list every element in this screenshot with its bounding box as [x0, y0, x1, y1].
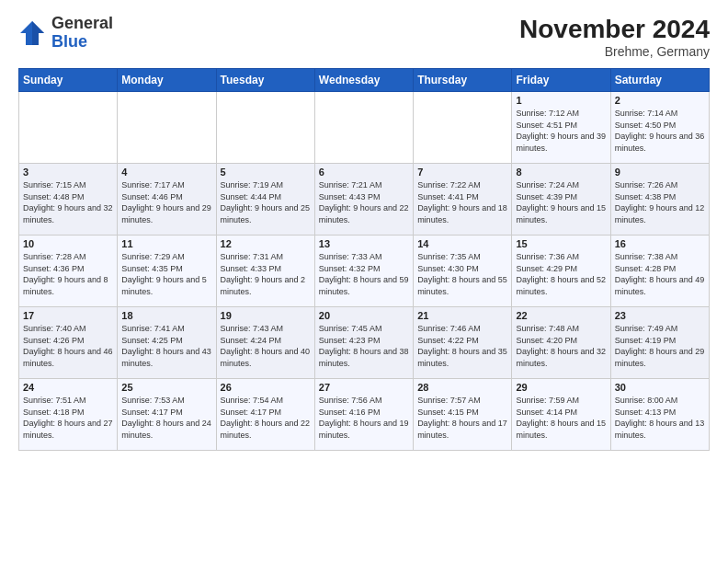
- day-info: Sunrise: 7:59 AM Sunset: 4:14 PM Dayligh…: [516, 395, 606, 441]
- cell-3-2: 19Sunrise: 7:43 AM Sunset: 4:24 PM Dayli…: [216, 307, 314, 379]
- day-number: 11: [121, 238, 211, 249]
- day-info: Sunrise: 7:56 AM Sunset: 4:16 PM Dayligh…: [319, 395, 409, 441]
- cell-0-2: [216, 92, 314, 164]
- month-year: November 2024: [519, 15, 710, 44]
- logo-icon: [18, 19, 46, 47]
- day-number: 13: [319, 238, 409, 249]
- day-info: Sunrise: 7:43 AM Sunset: 4:24 PM Dayligh…: [221, 323, 311, 369]
- cell-4-2: 26Sunrise: 7:54 AM Sunset: 4:17 PM Dayli…: [216, 379, 314, 451]
- day-number: 4: [121, 167, 211, 178]
- cell-2-6: 16Sunrise: 7:38 AM Sunset: 4:28 PM Dayli…: [610, 236, 709, 307]
- day-info: Sunrise: 7:51 AM Sunset: 4:18 PM Dayligh…: [23, 395, 113, 441]
- col-thursday: Thursday: [414, 69, 512, 92]
- day-info: Sunrise: 7:15 AM Sunset: 4:48 PM Dayligh…: [23, 179, 113, 225]
- cell-4-5: 29Sunrise: 7:59 AM Sunset: 4:14 PM Dayli…: [512, 379, 610, 451]
- week-row-1: 1Sunrise: 7:12 AM Sunset: 4:51 PM Daylig…: [19, 92, 710, 164]
- day-info: Sunrise: 8:00 AM Sunset: 4:13 PM Dayligh…: [615, 395, 705, 441]
- cell-3-3: 20Sunrise: 7:45 AM Sunset: 4:23 PM Dayli…: [314, 307, 413, 379]
- logo: General Blue: [18, 15, 113, 52]
- day-number: 3: [23, 167, 113, 178]
- calendar-table: Sunday Monday Tuesday Wednesday Thursday…: [18, 68, 710, 451]
- cell-1-6: 9Sunrise: 7:26 AM Sunset: 4:38 PM Daylig…: [610, 164, 709, 236]
- day-number: 26: [221, 382, 311, 393]
- logo-text: General Blue: [51, 15, 113, 52]
- location: Brehme, Germany: [519, 44, 710, 59]
- day-number: 25: [121, 382, 211, 393]
- cell-2-0: 10Sunrise: 7:28 AM Sunset: 4:36 PM Dayli…: [19, 236, 118, 307]
- day-info: Sunrise: 7:49 AM Sunset: 4:19 PM Dayligh…: [615, 323, 705, 369]
- col-wednesday: Wednesday: [314, 69, 413, 92]
- day-number: 10: [23, 238, 113, 249]
- week-row-3: 10Sunrise: 7:28 AM Sunset: 4:36 PM Dayli…: [19, 236, 710, 307]
- day-info: Sunrise: 7:38 AM Sunset: 4:28 PM Dayligh…: [615, 251, 705, 297]
- cell-4-1: 25Sunrise: 7:53 AM Sunset: 4:17 PM Dayli…: [118, 379, 216, 451]
- cell-1-0: 3Sunrise: 7:15 AM Sunset: 4:48 PM Daylig…: [19, 164, 118, 236]
- day-info: Sunrise: 7:17 AM Sunset: 4:46 PM Dayligh…: [121, 179, 211, 225]
- day-number: 5: [221, 167, 311, 178]
- svg-marker-1: [32, 21, 44, 45]
- cell-4-6: 30Sunrise: 8:00 AM Sunset: 4:13 PM Dayli…: [610, 379, 709, 451]
- cell-3-6: 23Sunrise: 7:49 AM Sunset: 4:19 PM Dayli…: [610, 307, 709, 379]
- day-number: 6: [319, 167, 409, 178]
- day-number: 7: [417, 167, 507, 178]
- day-info: Sunrise: 7:41 AM Sunset: 4:25 PM Dayligh…: [121, 323, 211, 369]
- cell-0-1: [118, 92, 216, 164]
- day-number: 22: [516, 310, 606, 321]
- day-info: Sunrise: 7:28 AM Sunset: 4:36 PM Dayligh…: [23, 251, 113, 297]
- cell-1-4: 7Sunrise: 7:22 AM Sunset: 4:41 PM Daylig…: [414, 164, 512, 236]
- day-number: 28: [417, 382, 507, 393]
- day-number: 19: [221, 310, 311, 321]
- day-number: 17: [23, 310, 113, 321]
- col-sunday: Sunday: [19, 69, 118, 92]
- day-info: Sunrise: 7:19 AM Sunset: 4:44 PM Dayligh…: [221, 179, 311, 225]
- day-number: 8: [516, 167, 606, 178]
- cell-3-1: 18Sunrise: 7:41 AM Sunset: 4:25 PM Dayli…: [118, 307, 216, 379]
- title-block: November 2024 Brehme, Germany: [519, 15, 710, 59]
- day-number: 18: [121, 310, 211, 321]
- cell-2-5: 15Sunrise: 7:36 AM Sunset: 4:29 PM Dayli…: [512, 236, 610, 307]
- cell-2-1: 11Sunrise: 7:29 AM Sunset: 4:35 PM Dayli…: [118, 236, 216, 307]
- cell-4-4: 28Sunrise: 7:57 AM Sunset: 4:15 PM Dayli…: [414, 379, 512, 451]
- day-number: 30: [615, 382, 705, 393]
- cell-0-6: 2Sunrise: 7:14 AM Sunset: 4:50 PM Daylig…: [610, 92, 709, 164]
- col-monday: Monday: [118, 69, 216, 92]
- cell-1-5: 8Sunrise: 7:24 AM Sunset: 4:39 PM Daylig…: [512, 164, 610, 236]
- cell-1-3: 6Sunrise: 7:21 AM Sunset: 4:43 PM Daylig…: [314, 164, 413, 236]
- cell-3-0: 17Sunrise: 7:40 AM Sunset: 4:26 PM Dayli…: [19, 307, 118, 379]
- day-info: Sunrise: 7:40 AM Sunset: 4:26 PM Dayligh…: [23, 323, 113, 369]
- day-number: 2: [615, 95, 705, 106]
- cell-1-2: 5Sunrise: 7:19 AM Sunset: 4:44 PM Daylig…: [216, 164, 314, 236]
- day-info: Sunrise: 7:29 AM Sunset: 4:35 PM Dayligh…: [121, 251, 211, 297]
- cell-3-4: 21Sunrise: 7:46 AM Sunset: 4:22 PM Dayli…: [414, 307, 512, 379]
- cell-2-4: 14Sunrise: 7:35 AM Sunset: 4:30 PM Dayli…: [414, 236, 512, 307]
- day-number: 29: [516, 382, 606, 393]
- week-row-5: 24Sunrise: 7:51 AM Sunset: 4:18 PM Dayli…: [19, 379, 710, 451]
- day-info: Sunrise: 7:14 AM Sunset: 4:50 PM Dayligh…: [615, 108, 705, 154]
- col-tuesday: Tuesday: [216, 69, 314, 92]
- header-row: Sunday Monday Tuesday Wednesday Thursday…: [19, 69, 710, 92]
- day-number: 24: [23, 382, 113, 393]
- day-info: Sunrise: 7:48 AM Sunset: 4:20 PM Dayligh…: [516, 323, 606, 369]
- cell-2-3: 13Sunrise: 7:33 AM Sunset: 4:32 PM Dayli…: [314, 236, 413, 307]
- cell-0-0: [19, 92, 118, 164]
- day-info: Sunrise: 7:22 AM Sunset: 4:41 PM Dayligh…: [417, 179, 507, 225]
- day-info: Sunrise: 7:53 AM Sunset: 4:17 PM Dayligh…: [121, 395, 211, 441]
- cell-4-0: 24Sunrise: 7:51 AM Sunset: 4:18 PM Dayli…: [19, 379, 118, 451]
- day-number: 9: [615, 167, 705, 178]
- day-info: Sunrise: 7:45 AM Sunset: 4:23 PM Dayligh…: [319, 323, 409, 369]
- day-info: Sunrise: 7:31 AM Sunset: 4:33 PM Dayligh…: [221, 251, 311, 297]
- day-info: Sunrise: 7:36 AM Sunset: 4:29 PM Dayligh…: [516, 251, 606, 297]
- day-number: 15: [516, 238, 606, 249]
- day-number: 27: [319, 382, 409, 393]
- cell-1-1: 4Sunrise: 7:17 AM Sunset: 4:46 PM Daylig…: [118, 164, 216, 236]
- day-number: 1: [516, 95, 606, 106]
- logo-blue: Blue: [51, 32, 87, 51]
- day-number: 21: [417, 310, 507, 321]
- cell-4-3: 27Sunrise: 7:56 AM Sunset: 4:16 PM Dayli…: [314, 379, 413, 451]
- day-info: Sunrise: 7:46 AM Sunset: 4:22 PM Dayligh…: [417, 323, 507, 369]
- day-info: Sunrise: 7:12 AM Sunset: 4:51 PM Dayligh…: [516, 108, 606, 154]
- page: General Blue November 2024 Brehme, Germa…: [0, 0, 728, 563]
- cell-0-4: [414, 92, 512, 164]
- day-info: Sunrise: 7:35 AM Sunset: 4:30 PM Dayligh…: [417, 251, 507, 297]
- day-info: Sunrise: 7:21 AM Sunset: 4:43 PM Dayligh…: [319, 179, 409, 225]
